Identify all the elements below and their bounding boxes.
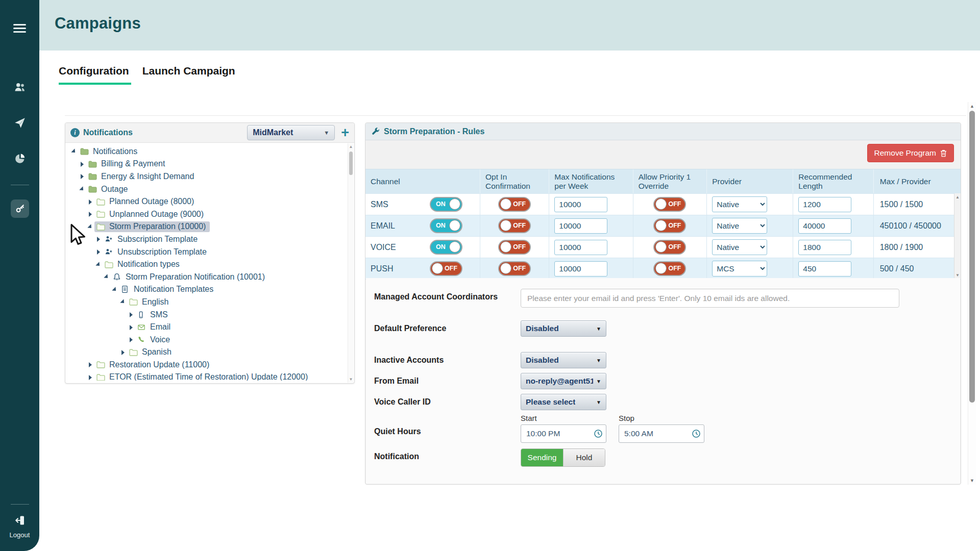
clock-icon[interactable] bbox=[692, 429, 701, 440]
collapse-arrow-icon[interactable] bbox=[80, 186, 86, 192]
tab-configuration[interactable]: Configuration bbox=[59, 65, 131, 85]
collapse-arrow-icon[interactable] bbox=[120, 299, 127, 305]
default-preference-select[interactable]: Disabled ▼ bbox=[521, 320, 606, 337]
expand-arrow-icon[interactable] bbox=[96, 249, 103, 255]
expand-arrow-icon[interactable] bbox=[120, 349, 127, 356]
push-optin-toggle[interactable]: OFF bbox=[498, 261, 531, 276]
collapse-arrow-icon[interactable] bbox=[104, 274, 111, 280]
email-recommended-length-input[interactable] bbox=[798, 218, 851, 234]
tree-node-notifications[interactable]: Notifications bbox=[65, 145, 354, 158]
send-icon[interactable] bbox=[10, 114, 30, 132]
expand-arrow-icon[interactable] bbox=[129, 312, 135, 318]
push-max-per-week-input[interactable] bbox=[554, 261, 607, 277]
tree-node-planned-outage-8000[interactable]: Planned Outage (8000) bbox=[65, 195, 354, 208]
hamburger-menu-icon[interactable] bbox=[10, 19, 30, 37]
scroll-up-icon[interactable]: ▲ bbox=[968, 104, 976, 109]
sms-max-per-week-input[interactable] bbox=[554, 197, 607, 212]
scroll-down-icon[interactable]: ▼ bbox=[348, 377, 354, 382]
expand-arrow-icon[interactable] bbox=[88, 374, 94, 381]
expand-arrow-icon[interactable] bbox=[88, 199, 94, 205]
push-provider-select[interactable]: MCS bbox=[712, 261, 767, 277]
page-scrollbar[interactable]: ▲ ▼ bbox=[968, 102, 976, 485]
collapse-arrow-icon[interactable] bbox=[71, 148, 78, 155]
sms-provider-select[interactable]: Native bbox=[712, 196, 767, 212]
tree-node-subscription-template[interactable]: Subscription Template bbox=[65, 233, 354, 246]
tree-node-unplanned-outage-9000[interactable]: Unplanned Outage (9000) bbox=[65, 208, 354, 221]
managed-account-coordinators-input[interactable] bbox=[521, 289, 899, 308]
voice-priority-override-toggle[interactable]: OFF bbox=[653, 240, 686, 255]
collapse-arrow-icon[interactable] bbox=[112, 287, 119, 293]
voice-caller-id-select[interactable]: Please select ▼ bbox=[521, 394, 606, 410]
expand-arrow-icon[interactable] bbox=[80, 173, 86, 180]
program-select[interactable]: MidMarket ▼ bbox=[247, 125, 335, 140]
scroll-up-icon[interactable]: ▲ bbox=[954, 195, 961, 199]
email-channel-toggle[interactable]: ON bbox=[430, 218, 462, 233]
push-recommended-length-input[interactable] bbox=[798, 261, 851, 277]
sms-recommended-length-input[interactable] bbox=[798, 197, 851, 212]
expand-arrow-icon[interactable] bbox=[88, 211, 94, 217]
notification-hold-button[interactable]: Hold bbox=[563, 449, 605, 466]
add-program-button[interactable]: + bbox=[341, 128, 349, 138]
logout-label[interactable]: Logout bbox=[10, 531, 30, 539]
tree-scrollbar[interactable]: ▲ ▼ bbox=[348, 143, 354, 383]
pie-chart-icon[interactable] bbox=[10, 150, 30, 167]
tree-node-outage[interactable]: Outage bbox=[65, 183, 354, 196]
inactive-accounts-select[interactable]: Disabled ▼ bbox=[521, 352, 606, 368]
tree-node-notification-templates[interactable]: Notification Templates bbox=[65, 284, 354, 296]
tree-node-inner: Billing & Payment bbox=[86, 159, 168, 169]
scroll-down-icon[interactable]: ▼ bbox=[954, 273, 961, 278]
from-email-select[interactable]: no-reply@agent511.... ▼ bbox=[521, 373, 606, 389]
tree-node-restoration-update-11000[interactable]: Restoration Update (11000) bbox=[65, 359, 354, 371]
toggle-knob bbox=[449, 220, 460, 231]
push-channel-toggle[interactable]: OFF bbox=[430, 261, 462, 276]
tree-node-email[interactable]: Email bbox=[65, 321, 354, 334]
expand-arrow-icon[interactable] bbox=[96, 236, 103, 242]
collapse-arrow-icon[interactable] bbox=[88, 224, 94, 230]
tree-node-energy-insight-demand[interactable]: Energy & Insight Demand bbox=[65, 170, 354, 183]
voice-optin-toggle[interactable]: OFF bbox=[498, 240, 531, 255]
tree-node-storm-preparation-notification-10001[interactable]: Storm Preparation Notification (10001) bbox=[65, 271, 354, 284]
folder-outline-icon bbox=[129, 348, 139, 357]
page-scrollbar-thumb[interactable] bbox=[969, 111, 975, 403]
remove-program-button[interactable]: Remove Program bbox=[867, 144, 954, 162]
voice-recommended-length-input[interactable] bbox=[798, 240, 851, 255]
toggle-knob bbox=[449, 241, 460, 253]
voice-provider-select[interactable]: Native bbox=[712, 239, 767, 255]
push-priority-override-toggle[interactable]: OFF bbox=[653, 261, 686, 276]
key-icon[interactable] bbox=[11, 199, 29, 218]
sms-priority-override-toggle[interactable]: OFF bbox=[653, 197, 686, 212]
email-max-per-week-input[interactable] bbox=[554, 218, 607, 234]
tree-node-spanish[interactable]: Spanish bbox=[65, 346, 354, 359]
expand-arrow-icon[interactable] bbox=[129, 324, 135, 331]
scroll-up-icon[interactable]: ▲ bbox=[348, 144, 354, 149]
tree-node-notification-types[interactable]: Notification types bbox=[65, 258, 354, 271]
tree-node-storm-preparation-10000[interactable]: Storm Preparation (10000) bbox=[65, 221, 354, 234]
clock-icon[interactable] bbox=[594, 429, 603, 440]
expand-arrow-icon[interactable] bbox=[80, 161, 86, 167]
logout-icon[interactable] bbox=[10, 512, 30, 529]
tree-node-english[interactable]: English bbox=[65, 296, 354, 309]
email-priority-override-toggle[interactable]: OFF bbox=[653, 218, 686, 233]
notification-sending-button[interactable]: Sending bbox=[521, 449, 563, 466]
inactive-accounts-value: Disabled bbox=[526, 356, 559, 365]
tree-node-etor-estimated-time-of-restoration-update-12000[interactable]: ETOR (Estimated Time of Restoration) Upd… bbox=[65, 371, 354, 381]
toggle-state-label: ON bbox=[436, 243, 446, 251]
tab-launch-campaign[interactable]: Launch Campaign bbox=[142, 65, 237, 85]
tree-scrollbar-thumb[interactable] bbox=[349, 152, 353, 175]
voice-channel-toggle[interactable]: ON bbox=[430, 240, 462, 255]
email-optin-toggle[interactable]: OFF bbox=[498, 218, 531, 233]
table-scrollbar[interactable]: ▲ ▼ bbox=[954, 193, 961, 279]
scroll-down-icon[interactable]: ▼ bbox=[968, 478, 976, 483]
tree-node-billing-payment[interactable]: Billing & Payment bbox=[65, 158, 354, 171]
users-icon[interactable] bbox=[10, 79, 30, 96]
sms-optin-toggle[interactable]: OFF bbox=[498, 197, 531, 212]
tree-node-voice[interactable]: Voice bbox=[65, 334, 354, 346]
tree-node-sms[interactable]: SMS bbox=[65, 309, 354, 321]
collapse-arrow-icon[interactable] bbox=[96, 262, 103, 268]
expand-arrow-icon[interactable] bbox=[88, 362, 94, 368]
tree-node-unsubscription-template[interactable]: Unsubscription Template bbox=[65, 246, 354, 259]
email-provider-select[interactable]: Native bbox=[712, 218, 767, 234]
sms-channel-toggle[interactable]: ON bbox=[430, 197, 462, 212]
expand-arrow-icon[interactable] bbox=[129, 337, 135, 343]
voice-max-per-week-input[interactable] bbox=[554, 240, 607, 255]
